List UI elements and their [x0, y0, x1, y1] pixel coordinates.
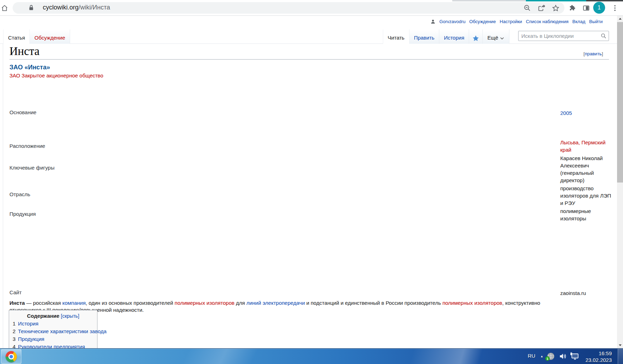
tab-article[interactable]: Статья — [3, 29, 30, 44]
logout-link[interactable]: Выйти — [589, 19, 603, 24]
tabstrip-edge — [452, 0, 526, 1]
tabstrip-accent — [526, 0, 586, 1]
tab-read[interactable]: Читать — [383, 29, 409, 44]
arrow-up-icon — [619, 18, 622, 20]
chrome-icon — [6, 351, 17, 362]
edit-link[interactable]: править — [585, 51, 602, 56]
toc-header: Содержание [скрыть] — [13, 313, 94, 319]
toc-link[interactable]: Технические характеристики завода — [18, 328, 106, 334]
infobox-value: zaoinsta.ru — [560, 289, 612, 297]
infobox-label: Продукция — [9, 211, 36, 217]
language-indicator[interactable]: RU — [525, 353, 538, 359]
left-tabs: Статья Обсуждение — [3, 29, 70, 44]
intro-redlink[interactable]: полимерных изоляторов — [442, 300, 502, 306]
intro-link[interactable]: линий электропередачи — [246, 300, 305, 306]
show-hidden-icons[interactable]: ▲ — [540, 355, 543, 358]
clock-time: 16:59 — [584, 350, 612, 357]
bookmark-star-icon[interactable] — [552, 4, 560, 12]
tab-more[interactable]: Ещё — [483, 29, 509, 44]
toc-link[interactable]: Продукция — [18, 336, 44, 342]
tabstrip-dark — [586, 0, 623, 1]
show-desktop-button[interactable] — [618, 349, 623, 364]
content-left-border — [3, 44, 3, 348]
intro-link[interactable]: компания — [62, 300, 86, 306]
taskbar-chrome-button[interactable] — [1, 349, 21, 364]
screen: cyclowiki.org/wiki/Инста 1 — [0, 0, 623, 364]
watchlist-link[interactable]: Список наблюдения — [526, 19, 568, 24]
intro-bold: Инста — [9, 300, 25, 306]
network-app-icon[interactable]: 1 — [547, 352, 555, 361]
infobox-value: производство изоляторов для ЛЭП и РЭУ — [560, 185, 612, 207]
watch-star-icon — [472, 35, 479, 42]
volume-icon[interactable] — [558, 352, 567, 360]
scroll-down-button[interactable] — [617, 342, 623, 348]
tab-watch[interactable] — [469, 29, 483, 44]
browser-menu-icon[interactable] — [611, 4, 619, 12]
tab-edit[interactable]: Править — [409, 29, 440, 44]
contributions-link[interactable]: Вклад — [573, 19, 585, 24]
infobox-label: Сайт — [9, 289, 22, 295]
infobox-edit-link: [править] — [583, 51, 603, 56]
share-icon[interactable] — [537, 4, 545, 12]
username-link[interactable]: Gorvzavodru — [439, 19, 465, 24]
toc-item: 3Продукция — [13, 336, 94, 342]
url-path: /wiki/Инста — [79, 4, 110, 11]
wiki-search-input[interactable] — [521, 32, 597, 40]
wiki-search — [518, 31, 609, 41]
side-panel-icon[interactable] — [582, 4, 590, 12]
toc-toggle[interactable]: [скрыть] — [61, 313, 79, 319]
infobox-value-link[interactable]: Лысьва, Пермский край — [560, 139, 612, 153]
user-talk-link[interactable]: Обсуждение — [469, 19, 496, 24]
right-tabs: Читать Править История Ещё — [383, 29, 509, 44]
toc-item: 2Технические характеристики завода — [13, 328, 94, 334]
page-title: Инста — [9, 45, 40, 58]
infobox-title: ЗАО «Инста» — [9, 64, 50, 71]
zoom-out-icon[interactable] — [523, 4, 531, 12]
user-icon — [431, 19, 435, 24]
wiki-page: Gorvzavodru Обсуждение Настройки Список … — [0, 16, 617, 348]
home-icon[interactable] — [1, 4, 8, 12]
infobox-value: полимерные изоляторы — [560, 207, 612, 222]
infobox-value: Карасев Николай Алексеевич (генеральный … — [560, 154, 612, 184]
chevron-down-icon — [500, 36, 505, 41]
search-icon[interactable] — [601, 33, 607, 39]
extensions-icon[interactable] — [568, 4, 576, 12]
network-badge: 1 — [545, 356, 550, 361]
url-text[interactable]: cyclowiki.org/wiki/Инста — [43, 4, 110, 11]
scrollbar — [617, 16, 623, 348]
scroll-up-button[interactable] — [617, 16, 623, 22]
system-tray: RU ▲ 1 — [525, 349, 623, 364]
tabs-underline — [0, 43, 617, 44]
toc-box: Содержание [скрыть] 1История 2Технически… — [9, 310, 97, 353]
toc-title: Содержание — [27, 313, 59, 319]
taskbar-clock[interactable]: 16:59 23.02.2023 — [584, 350, 612, 363]
infobox-value-link[interactable]: 2005 — [560, 109, 612, 117]
lock-icon[interactable] — [28, 5, 34, 11]
personal-bar: Gorvzavodru Обсуждение Настройки Список … — [431, 19, 603, 24]
tab-history[interactable]: История — [439, 29, 469, 44]
intro-redlink[interactable]: полимерных изоляторов — [175, 300, 235, 306]
infobox-subtitle[interactable]: ЗАО Закрытое акционерное общество — [9, 73, 103, 78]
url-domain: cyclowiki.org — [43, 4, 79, 11]
infobox-label: Расположение — [9, 143, 45, 149]
scrollbar-thumb[interactable] — [617, 22, 623, 183]
infobox-label: Основание — [9, 109, 36, 115]
network-connection-icon[interactable] — [570, 352, 579, 360]
infobox-label: Отрасль — [9, 191, 30, 197]
profile-badge: 1 — [598, 5, 601, 11]
infobox-label: Ключевые фигуры — [9, 165, 54, 171]
title-rule — [9, 59, 609, 60]
browser-toolbar: cyclowiki.org/wiki/Инста 1 — [0, 0, 623, 16]
taskbar: RU ▲ 1 — [0, 348, 623, 364]
toc-item: 1История — [13, 321, 94, 327]
toc-link[interactable]: История — [18, 321, 38, 327]
profile-avatar[interactable]: 1 — [593, 2, 605, 14]
arrow-down-icon — [619, 344, 622, 346]
preferences-link[interactable]: Настройки — [500, 19, 522, 24]
clock-date: 23.02.2023 — [584, 357, 612, 363]
tab-talk[interactable]: Обсуждение — [30, 29, 70, 44]
